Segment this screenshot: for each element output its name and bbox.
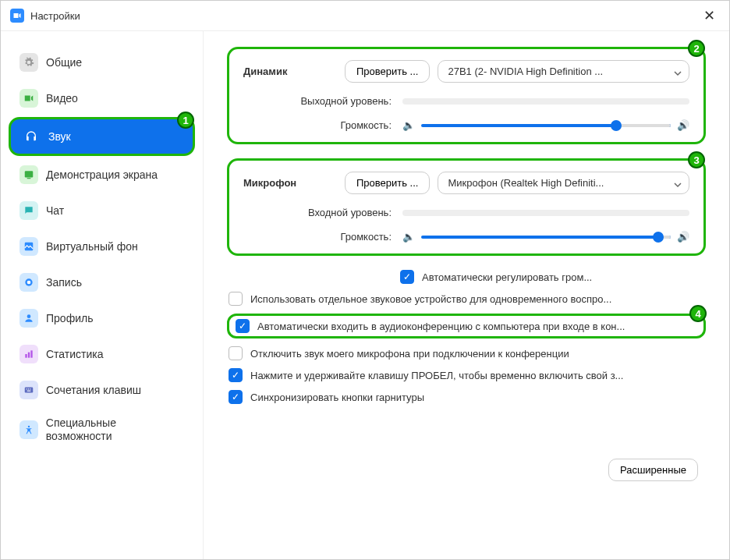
sidebar: Общие Видео Звук 1 Демонстрация экрана Ч… [1,31,204,559]
speaker-volume-label: Громкость: [243,119,392,131]
volume-high-icon: 🔊 [677,231,689,243]
auto-adjust-volume-option[interactable]: Автоматически регулировать гром... [399,270,706,284]
sidebar-item-audio[interactable]: Звук 1 [9,117,195,156]
annotation-3: 3 [688,151,705,168]
gear-icon [19,53,38,72]
speaker-output-level [402,98,689,105]
svg-point-3 [27,281,31,285]
checkbox-icon [229,292,243,306]
microphone-section: 3 Микрофон Проверить ... Микрофон (Realt… [227,158,706,256]
sync-headset-option[interactable]: Синхронизировать кнопки гарнитуры [227,390,706,404]
mic-volume-slider[interactable] [421,236,671,239]
speaker-volume-slider[interactable] [421,124,671,127]
svg-rect-6 [28,353,30,358]
speaker-title: Динамик [243,66,345,77]
share-screen-icon [19,165,38,184]
sidebar-item-accessibility[interactable]: Специальные возможности [9,409,195,451]
mic-device-select[interactable]: Микрофон (Realtek High Definiti... [438,172,689,194]
annotation-4: 4 [689,305,707,322]
volume-low-icon: 🔈 [402,119,415,131]
svg-point-4 [27,314,31,318]
svg-point-13 [28,426,30,427]
window-title: Настройки [30,10,699,22]
mic-volume-label: Громкость: [243,231,392,243]
push-to-talk-label: Нажмите и удерживайте клавишу ПРОБЕЛ, чт… [250,370,706,381]
svg-rect-8 [25,388,34,393]
input-level-label: Входной уровень: [243,207,392,218]
svg-rect-11 [30,388,30,389]
accessibility-icon [19,420,38,439]
sidebar-label: Запись [46,276,82,289]
sidebar-label: Специальные возможности [46,416,184,443]
checkbox-icon [229,346,243,360]
svg-rect-10 [28,388,29,389]
sidebar-label: Профиль [46,312,93,324]
sidebar-label: Звук [48,130,71,143]
sidebar-item-share-screen[interactable]: Демонстрация экрана [9,158,195,192]
svg-rect-7 [30,350,32,357]
sidebar-item-chat[interactable]: Чат [9,193,195,228]
chat-icon [19,201,38,220]
speaker-section: 2 Динамик Проверить ... 27B1 (2- NVIDIA … [227,47,706,144]
settings-window: Настройки ✕ Общие Видео Звук 1 Демонстра… [0,0,730,560]
sync-headset-label: Синхронизировать кнопки гарнитуры [250,392,706,403]
speaker-device-select[interactable]: 27B1 (2- NVIDIA High Definition ... [438,60,689,83]
separate-device-label: Использовать отдельное звуковое устройст… [250,293,706,305]
checkbox-icon [229,390,243,404]
annotation-2: 2 [688,40,705,57]
sidebar-item-recording[interactable]: Запись [9,265,195,299]
sidebar-item-statistics[interactable]: Статистика [9,337,195,371]
svg-rect-0 [25,171,34,177]
volume-high-icon: 🔊 [677,119,689,131]
profile-icon [19,309,38,328]
keyboard-icon [19,381,38,399]
record-icon [19,273,38,292]
sidebar-item-shortcuts[interactable]: Сочетания клавиш [9,373,195,407]
mic-input-level [402,210,689,216]
sidebar-label: Статистика [46,348,104,360]
main-panel: 2 Динамик Проверить ... 27B1 (2- NVIDIA … [204,31,729,559]
test-speaker-button[interactable]: Проверить ... [345,60,430,83]
sidebar-label: Сочетания клавиш [46,384,141,396]
video-icon [19,89,38,108]
checkbox-icon [229,368,243,382]
mute-on-join-option[interactable]: Отключить звук моего микрофона при подкл… [227,346,706,360]
push-to-talk-option[interactable]: Нажмите и удерживайте клавишу ПРОБЕЛ, чт… [227,368,706,382]
titlebar: Настройки ✕ [1,1,729,31]
footer: Расширенные [227,412,706,481]
auto-join-audio-option[interactable]: Автоматически входить в аудиоконференцию… [227,314,706,338]
auto-adjust-label: Автоматически регулировать гром... [422,271,706,283]
sidebar-item-profile[interactable]: Профиль [9,301,195,335]
app-icon [10,9,24,23]
sidebar-label: Чат [46,204,64,217]
svg-rect-12 [27,391,31,392]
sidebar-item-virtual-bg[interactable]: Виртуальный фон [9,229,195,264]
checkbox-icon [400,270,414,284]
background-icon [19,237,38,256]
close-button[interactable]: ✕ [699,7,720,24]
volume-low-icon: 🔈 [402,231,415,243]
mic-title: Микрофон [243,177,345,189]
sidebar-label: Виртуальный фон [46,240,138,253]
stats-icon [19,345,38,363]
sidebar-label: Видео [46,92,78,105]
separate-audio-device-option[interactable]: Использовать отдельное звуковое устройст… [227,292,706,306]
mute-on-join-label: Отключить звук моего микрофона при подкл… [250,348,706,360]
output-level-label: Выходной уровень: [243,95,392,107]
svg-rect-9 [27,388,27,389]
checkbox-icon [236,319,250,333]
sidebar-item-video[interactable]: Видео [9,81,195,115]
test-mic-button[interactable]: Проверить ... [345,172,430,194]
sidebar-item-general[interactable]: Общие [9,45,195,80]
headphones-icon [22,127,41,146]
advanced-button[interactable]: Расширенные [608,459,698,481]
sidebar-label: Демонстрация экрана [46,168,158,181]
annotation-1: 1 [177,112,194,129]
sidebar-label: Общие [46,56,82,69]
svg-rect-5 [25,354,27,358]
auto-join-audio-label: Автоматически входить в аудиоконференцию… [257,321,697,332]
window-body: Общие Видео Звук 1 Демонстрация экрана Ч… [1,31,729,559]
